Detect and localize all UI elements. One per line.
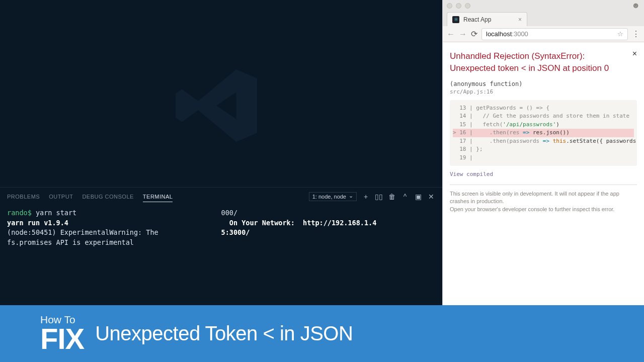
maximize-window-icon[interactable] <box>465 3 470 9</box>
reload-icon[interactable]: ⟳ <box>471 29 477 39</box>
banner-message: Unexpected Token < in JSON <box>95 322 353 345</box>
page-content: × Unhandled Rejection (SyntaxError): Une… <box>443 42 644 305</box>
title-banner: How To FIX Unexpected Token < in JSON <box>0 305 644 362</box>
terminal-column-1: rando$ yarn start yarn run v1.9.4 (node:… <box>7 208 221 247</box>
tab-debug-console[interactable]: DEBUG CONSOLE <box>82 194 133 200</box>
window-controls: ☻ <box>443 0 644 11</box>
error-code-snippet: 13 | getPasswords = () => { 14 | // Get … <box>450 100 637 166</box>
view-compiled-link[interactable]: View compiled <box>450 171 637 177</box>
console-hint: Open your browser's developer console to… <box>450 206 637 213</box>
address-bar: ← → ⟳ localhost:3000 ☆ ⋮ <box>443 26 644 42</box>
banner-fix: FIX <box>40 325 84 352</box>
browser-window: ☻ React App × ← → ⟳ localhost:3000 ☆ ⋮ ×… <box>442 0 644 305</box>
panel-tab-bar: PROBLEMS OUTPUT DEBUG CONSOLE TERMINAL 1… <box>0 188 442 205</box>
tab-output[interactable]: OUTPUT <box>49 194 73 200</box>
error-file-location: src/App.js:16 <box>450 88 637 95</box>
error-function: (anonymous function) <box>450 80 637 87</box>
dev-mode-note: This screen is visible only in developme… <box>450 190 637 206</box>
error-title: Unhandled Rejection (SyntaxError): Unexp… <box>450 50 637 74</box>
tab-terminal[interactable]: TERMINAL <box>143 194 173 202</box>
maximize-panel-icon[interactable]: ^ <box>401 193 409 201</box>
browser-menu-icon[interactable]: ⋮ <box>632 29 640 39</box>
close-window-icon[interactable] <box>447 3 452 9</box>
terminal-output[interactable]: rando$ yarn start yarn run v1.9.4 (node:… <box>0 205 442 250</box>
tab-close-icon[interactable]: × <box>518 16 522 23</box>
vscode-editor-area: PROBLEMS OUTPUT DEBUG CONSOLE TERMINAL 1… <box>0 0 442 305</box>
browser-tab[interactable]: React App × <box>447 12 527 26</box>
banner-howto: How To <box>40 315 84 325</box>
tab-problems[interactable]: PROBLEMS <box>7 194 40 200</box>
bookmark-icon[interactable]: ☆ <box>617 30 623 38</box>
terminal-selector[interactable]: 1: node, node <box>309 192 357 201</box>
browser-tab-strip: React App × <box>443 11 644 26</box>
url-port: :3000 <box>512 30 528 38</box>
new-terminal-icon[interactable]: + <box>362 193 370 201</box>
kill-terminal-icon[interactable]: 🗑 <box>388 193 396 201</box>
forward-icon: → <box>459 30 467 39</box>
vscode-logo-watermark <box>171 60 262 151</box>
terminal-column-2: 000/ On Your Network: http://192.168.1.4… <box>221 208 436 247</box>
toggle-panel-icon[interactable]: ▣ <box>414 193 422 201</box>
profile-icon[interactable]: ☻ <box>631 1 640 10</box>
error-dismiss-icon[interactable]: × <box>632 49 637 58</box>
divider <box>450 185 637 185</box>
split-terminal-icon[interactable]: ▯▯ <box>375 193 383 201</box>
minimize-window-icon[interactable] <box>456 3 461 9</box>
tab-title: React App <box>463 16 491 23</box>
url-host: localhost <box>486 30 512 38</box>
close-panel-icon[interactable]: ✕ <box>427 193 435 201</box>
vscode-panel: PROBLEMS OUTPUT DEBUG CONSOLE TERMINAL 1… <box>0 187 442 305</box>
react-favicon-icon <box>452 16 459 23</box>
url-input[interactable]: localhost:3000 ☆ <box>481 28 628 40</box>
back-icon[interactable]: ← <box>447 30 455 39</box>
